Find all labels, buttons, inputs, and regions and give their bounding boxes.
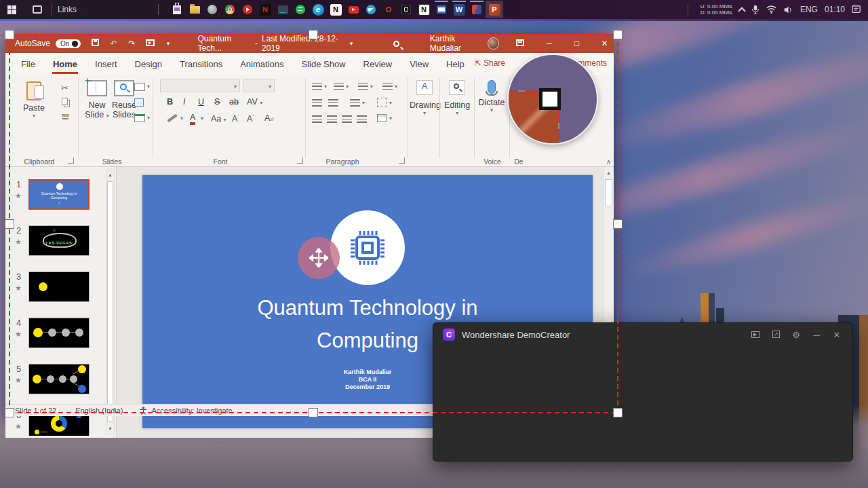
scroll-up-icon[interactable]: ▲ <box>604 170 614 175</box>
taskbar-icon-chrome[interactable] <box>221 1 239 18</box>
democreator-close-button[interactable]: ✕ <box>827 330 847 340</box>
scrollbar-thumb[interactable] <box>605 179 612 206</box>
clock[interactable]: 01:10 <box>825 5 845 14</box>
font-color-button[interactable]: A <box>190 113 195 125</box>
change-case-button[interactable]: Aa ▾ <box>211 114 226 124</box>
taskbar-icon-prime-video[interactable] <box>274 1 292 18</box>
open-editor-icon[interactable]: ↗ <box>766 330 786 340</box>
paragraph-dialog-launcher[interactable] <box>399 157 405 164</box>
start-button[interactable] <box>3 1 20 18</box>
ribbon-options-icon[interactable] <box>511 39 530 48</box>
tab-review[interactable]: Review <box>355 54 401 74</box>
slide-thumbnail-3[interactable] <box>28 271 90 302</box>
bullet-list-icon[interactable] <box>312 83 322 90</box>
selection-handle-bottom-center[interactable] <box>309 408 318 417</box>
tray-microphone-icon[interactable] <box>751 5 760 15</box>
grow-font-button[interactable]: Aˆ <box>232 113 239 124</box>
taskbar-icon-media-tool[interactable] <box>468 1 486 18</box>
taskbar-icon-opera[interactable]: O <box>380 1 397 18</box>
selected-shape-overlay[interactable] <box>298 237 340 279</box>
taskbar-icon-telegram[interactable] <box>362 1 380 18</box>
dictate-button[interactable]: Dictate ▾ <box>477 80 507 113</box>
taskbar-icon-file-explorer[interactable] <box>186 1 203 18</box>
drawing-button[interactable]: A Drawing ▾ <box>410 80 439 116</box>
undo-icon[interactable]: ↶ <box>104 39 123 48</box>
tray-wifi-icon[interactable] <box>766 5 776 14</box>
close-button[interactable]: ✕ <box>595 39 614 48</box>
democreator-titlebar[interactable]: C Wondershare DemoCreator ↗ ⚙ ─ ✕ <box>433 323 852 346</box>
slide-thumbnail-2[interactable]: ✕ LAS VEGAS <box>28 225 90 256</box>
share-button[interactable]: ⇱ Share <box>475 58 505 68</box>
redo-icon[interactable]: ↷ <box>123 39 141 48</box>
selection-handle-mid-right[interactable] <box>613 219 623 229</box>
maximize-button[interactable]: □ <box>568 39 586 48</box>
reset-slide-icon[interactable] <box>134 98 144 107</box>
tab-file[interactable]: File <box>12 54 44 74</box>
settings-gear-icon[interactable]: ⚙ <box>786 330 806 340</box>
search-icon[interactable] <box>393 41 399 47</box>
tray-volume-icon[interactable] <box>783 5 793 14</box>
tab-insert[interactable]: Insert <box>86 54 126 74</box>
section-icon[interactable] <box>134 114 145 122</box>
taskbar-icon-youtube[interactable] <box>344 1 362 18</box>
line-spacing-icon[interactable] <box>358 83 368 90</box>
text-direction-icon[interactable] <box>377 98 387 107</box>
font-size-select[interactable]: ▾ <box>243 79 275 92</box>
language-indicator[interactable]: ENG <box>800 5 818 14</box>
selection-handle-bottom-right[interactable] <box>613 408 623 417</box>
modified-chevron-icon[interactable]: ▾ <box>350 40 353 47</box>
decrease-indent-icon[interactable] <box>312 99 322 107</box>
italic-button[interactable]: I <box>183 97 185 107</box>
numbered-list-icon[interactable] <box>334 83 344 90</box>
subscript-button[interactable]: ab <box>229 97 239 107</box>
taskbar-icon-edge[interactable]: e <box>309 1 327 18</box>
font-name-select[interactable]: ▾ <box>160 79 240 92</box>
tab-transitions[interactable]: Transitions <box>171 54 231 74</box>
selection-handle-mid-left[interactable] <box>5 219 14 229</box>
tray-expand-chevron-icon[interactable] <box>738 7 745 14</box>
taskbar-icon-youtube-music[interactable] <box>239 1 256 18</box>
paste-button[interactable]: Paste ▾ <box>19 81 49 119</box>
tab-help[interactable]: Help <box>437 54 473 74</box>
taskbar-icon-ms-store[interactable] <box>168 1 186 18</box>
shrink-font-button[interactable]: Aˇ <box>247 113 254 124</box>
clear-formatting-button[interactable]: A⌀ <box>264 113 274 123</box>
taskbar-icon-netflix[interactable]: N <box>256 1 274 18</box>
task-view-button[interactable] <box>28 1 46 18</box>
clipboard-dialog-launcher[interactable] <box>68 157 74 164</box>
scroll-up-icon[interactable]: ▲ <box>106 172 114 177</box>
align-center-icon[interactable] <box>327 115 337 123</box>
copy-icon[interactable] <box>62 98 68 105</box>
cut-icon[interactable]: ✂ <box>61 83 68 93</box>
taskbar-icon-media-app[interactable] <box>397 1 415 18</box>
democreator-minimize-button[interactable]: ─ <box>806 330 827 340</box>
selection-handle-bottom-left[interactable] <box>5 408 14 417</box>
taskbar-icon-spotify[interactable] <box>292 1 309 18</box>
taskbar-icon-powerpoint[interactable]: P <box>486 1 503 18</box>
slide-layout-icon[interactable] <box>134 83 145 91</box>
media-library-icon[interactable] <box>745 330 766 340</box>
format-painter-icon[interactable] <box>62 114 69 117</box>
character-spacing-button[interactable]: AV ▾ <box>247 97 262 107</box>
slide-thumbnail-1[interactable]: Quantum Technology in Computing 1 <box>28 179 90 210</box>
bold-button[interactable]: B <box>167 97 173 107</box>
slide-thumbnail-5[interactable] <box>28 364 90 394</box>
slide-title-line1[interactable]: Quantum Technology in <box>142 296 593 320</box>
taskbar-icon-search-app[interactable] <box>203 1 221 18</box>
taskbar-icon-notion-alt[interactable]: N <box>415 1 433 18</box>
convert-smartart-icon[interactable] <box>377 114 387 122</box>
autosave-toggle[interactable]: On <box>56 39 81 48</box>
start-slideshow-icon[interactable] <box>141 39 159 48</box>
quick-access-chevron-icon[interactable]: ▾ <box>159 40 178 47</box>
tab-slideshow[interactable]: Slide Show <box>292 54 354 74</box>
editing-button[interactable]: Editing ▾ <box>442 80 472 116</box>
selection-handle-top-left[interactable] <box>5 30 14 39</box>
taskbar-icon-mail[interactable] <box>433 1 450 18</box>
notification-center-icon[interactable] <box>852 5 861 14</box>
selection-handle-top-right[interactable] <box>613 30 623 39</box>
tab-design[interactable]: Design <box>126 54 171 74</box>
scroll-down-icon[interactable]: ▲ <box>106 427 114 432</box>
underline-button[interactable]: U <box>198 97 204 107</box>
avatar[interactable] <box>488 37 498 50</box>
taskbar-icon-notion[interactable]: N <box>327 1 344 18</box>
